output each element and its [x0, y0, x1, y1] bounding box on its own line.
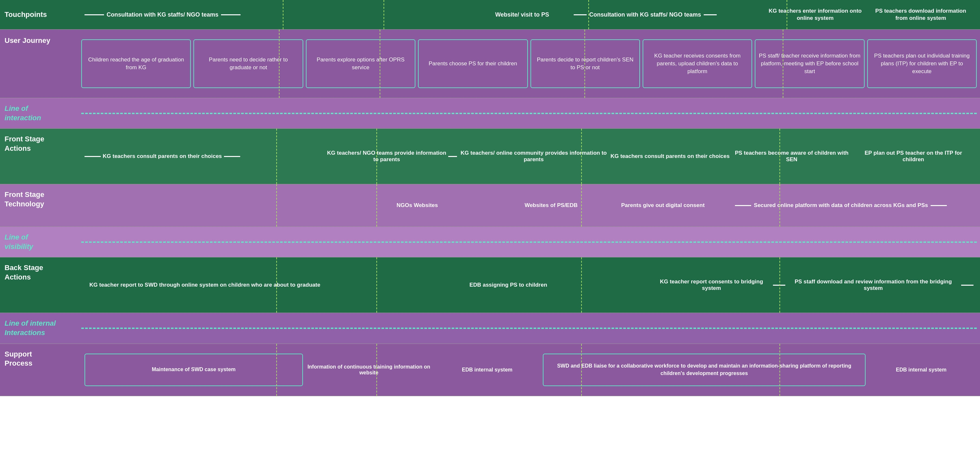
- front-stage-technology-row: Front Stage Technology NGOs Websites Web…: [0, 184, 980, 227]
- fsa-vdiv-1: [276, 129, 277, 184]
- fst-item-3: Parents give out digital consent: [619, 202, 707, 209]
- uj-vdiv-4: [783, 30, 783, 98]
- uj-card-2: Parents need to decide rather to graduat…: [193, 39, 303, 88]
- tp-segment-4: KG teachers enter information onto onlin…: [762, 6, 868, 23]
- fsa-item-1: KG teachers consult parents on their cho…: [84, 153, 325, 159]
- sp-card-2: SWD and EDB liaise for a collaborative w…: [543, 353, 865, 386]
- sp-vdiv-3: [581, 344, 582, 396]
- bsa-vdiv-4: [780, 257, 780, 313]
- front-tech-label: Front Stage Technology: [0, 184, 78, 226]
- tp-segment-1: Consultation with KG staffs/ NGO teams: [84, 11, 471, 18]
- tp-text-3: Consultation with KG staffs/ NGO teams: [589, 11, 701, 18]
- line-seg1-right: [221, 14, 240, 15]
- fst-vdiv-1: [276, 184, 277, 226]
- uj-card-5: Parents decide to report children's SEN …: [530, 39, 640, 88]
- bsa-item-2: EDB assigning PS to children: [448, 282, 568, 288]
- sp-item-3: EDB internal system: [435, 367, 539, 373]
- journey-map: Touchpoints Consultation with KG staffs/…: [0, 0, 980, 396]
- bsa-vdiv-3: [581, 257, 582, 313]
- fst-item-4: Secured online platform with data of chi…: [708, 202, 974, 209]
- fsa-item-6: EP plan out PS teacher on the ITP for ch…: [853, 150, 974, 163]
- tp-text-1: Consultation with KG staffs/ NGO teams: [107, 11, 218, 18]
- support-label: Support Process: [0, 344, 78, 396]
- tp-segment-5: PS teachers download information from on…: [868, 6, 974, 23]
- line-of-internal-row: Line of internal Interactions: [0, 313, 980, 344]
- back-stage-actions-row: Back Stage Actions KG teacher report to …: [0, 257, 980, 313]
- sp-vdiv-1: [276, 344, 277, 396]
- user-journey-label: User Journey: [0, 30, 78, 98]
- fst-item-1: NGOs Websites: [351, 202, 484, 209]
- uj-card-3: Parents explore options after OPRS servi…: [306, 39, 415, 88]
- sp-vdiv-2: [376, 344, 377, 396]
- uj-card-6: KG teacher receives consents from parent…: [643, 39, 752, 88]
- interaction-dashed-line: [81, 113, 977, 114]
- touchpoints-label: Touchpoints: [0, 0, 78, 29]
- sp-item-5: EDB internal system: [869, 367, 974, 373]
- touchpoints-row: Touchpoints Consultation with KG staffs/…: [0, 0, 980, 30]
- fsa-vdiv-4: [780, 129, 780, 184]
- fsa-vdiv-2: [376, 129, 377, 184]
- tp-text-5: PS teachers download information from on…: [869, 8, 972, 22]
- sp-vdiv-4: [780, 344, 780, 396]
- fsa-item-2: KG teachers/ NGO teams provide informati…: [326, 150, 447, 163]
- uj-vdiv-1: [279, 30, 280, 98]
- vdiv-3: [588, 0, 589, 29]
- bsa-item-3: KG teacher report consents to bridging s…: [651, 279, 772, 291]
- vdiv-2: [383, 0, 384, 29]
- uj-vdiv-2: [380, 30, 380, 98]
- fst-vdiv-4: [780, 184, 780, 226]
- fsa-item-5: PS teachers become aware of children wit…: [732, 150, 852, 163]
- line-seg1-left: [84, 14, 104, 15]
- fst-vdiv-2: [376, 184, 377, 226]
- sp-card-1: Maintenance of SWD case system: [84, 353, 303, 386]
- front-stage-actions-row: Front Stage Actions KG teachers consult …: [0, 129, 980, 184]
- uj-card-8: PS teachers plan out individual training…: [867, 39, 977, 88]
- bsa-vdiv-2: [376, 257, 377, 313]
- uj-vdiv-3: [584, 30, 585, 98]
- tp-segment-2: Website/ visit to PS: [471, 11, 574, 18]
- uj-card-7: PS staff/ teacher receive information fr…: [755, 39, 864, 88]
- uj-card-1: Children reached the age of graduation f…: [81, 39, 191, 88]
- tp-segment-3: Consultation with KG staffs/ NGO teams: [574, 11, 762, 18]
- front-stage-label: Front Stage Actions: [0, 129, 78, 184]
- visibility-dashed-line: [81, 242, 977, 243]
- line-internal-label: Line of internal Interactions: [0, 313, 78, 343]
- bsa-vdiv-1: [276, 257, 277, 313]
- bsa-item-4: PS staff download and review information…: [773, 279, 974, 291]
- fst-vdiv-3: [581, 184, 582, 226]
- internal-dashed-line: [81, 328, 977, 329]
- user-journey-row: User Journey Children reached the age of…: [0, 30, 980, 98]
- line-of-interaction-row: Line of interaction: [0, 98, 980, 129]
- fsa-item-3: KG teachers/ online community provides i…: [448, 150, 609, 163]
- fsa-item-4: KG teachers consult parents on their cho…: [610, 153, 730, 159]
- fst-item-2: Websites of PS/EDB: [485, 202, 617, 209]
- fsa-vdiv-3: [581, 129, 582, 184]
- tp-text-4: KG teachers enter information onto onlin…: [764, 8, 867, 22]
- line-interaction-label: Line of interaction: [0, 98, 78, 128]
- vdiv-4: [787, 0, 787, 29]
- tp-text-2: Website/ visit to PS: [495, 11, 549, 18]
- line-vis-label: Line of visibility: [0, 227, 78, 257]
- line-of-visibility-row: Line of visibility: [0, 227, 980, 257]
- vdiv-1: [283, 0, 283, 29]
- uj-card-4: Parents choose PS for their children: [418, 39, 528, 88]
- back-stage-label: Back Stage Actions: [0, 257, 78, 313]
- bsa-item-1: KG teacher report to SWD through online …: [84, 282, 325, 288]
- sp-item-2: Information of continuous training infor…: [306, 364, 432, 376]
- support-process-row: Support Process Maintenance of SWD case …: [0, 344, 980, 396]
